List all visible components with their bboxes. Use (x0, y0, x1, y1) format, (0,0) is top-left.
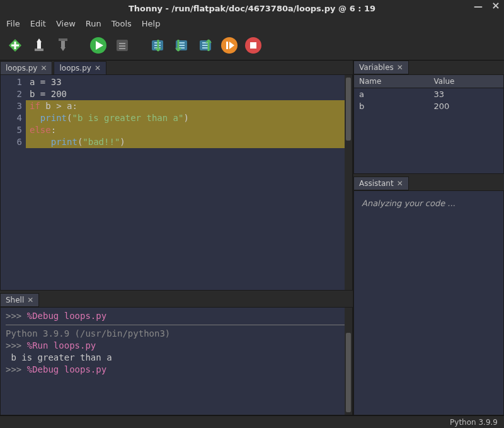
svg-rect-3 (59, 38, 67, 41)
variables-col-value: Value (429, 75, 504, 88)
assistant-body: Analyzing your code ... (353, 190, 504, 415)
titlebar: Thonny - /run/flatpak/doc/4673780a/loops… (0, 0, 504, 16)
step-into-button[interactable] (173, 37, 190, 54)
editor-scrollbar[interactable] (345, 75, 352, 290)
assistant-text: Analyzing your code ... (362, 199, 455, 208)
variables-table-header: Name Value (354, 75, 503, 88)
variables-body: a33b200 (354, 88, 503, 173)
svg-rect-10 (226, 42, 228, 49)
close-icon[interactable]: ✕ (40, 64, 47, 72)
open-file-button[interactable] (30, 37, 48, 54)
menu-run[interactable]: Run (82, 18, 105, 30)
table-row[interactable]: b200 (354, 100, 503, 112)
table-row[interactable]: a33 (354, 88, 503, 100)
window-title: Thonny - /run/flatpak/doc/4673780a/loops… (129, 4, 375, 13)
variables-pane: Name Value a33b200 (353, 74, 504, 174)
svg-rect-0 (37, 42, 41, 49)
menu-file[interactable]: File (3, 18, 24, 30)
minimize-button[interactable]: — (472, 1, 484, 11)
shell-title-label: Shell (6, 296, 24, 304)
step-over-button[interactable] (149, 37, 166, 54)
assistant-title-label: Assistant (359, 179, 394, 188)
stop-button[interactable] (244, 37, 262, 54)
variables-title-label: Variables (359, 63, 394, 72)
main-area: loops.py ✕ loops.py ✕ 123456 a = 33b = 2… (0, 61, 504, 415)
new-file-button[interactable] (6, 37, 24, 54)
close-icon[interactable]: ✕ (397, 63, 403, 72)
assistant-pane-title: Assistant ✕ (353, 176, 409, 190)
toolbar (0, 30, 504, 61)
statusbar: Python 3.9.9 (0, 415, 504, 428)
debug-button[interactable] (113, 37, 131, 54)
code-editor[interactable]: 123456 a = 33b = 200if b > a: print("b i… (0, 74, 353, 291)
close-icon[interactable]: ✕ (94, 64, 101, 72)
menubar: File Edit View Run Tools Help (0, 16, 504, 30)
close-icon[interactable]: ✕ (397, 179, 403, 188)
close-button[interactable]: × (490, 1, 501, 11)
menu-help[interactable]: Help (138, 18, 164, 30)
shell[interactable]: >>> %Debug loops.pyPython 3.9.9 (/usr/bi… (0, 307, 353, 415)
scrollbar-thumb[interactable] (346, 78, 351, 141)
scrollbar-thumb[interactable] (346, 333, 351, 412)
variables-col-name: Name (354, 75, 429, 88)
save-file-button[interactable] (54, 37, 72, 54)
editor-tab-2-label: loops.py (59, 64, 91, 72)
editor-tab-1-label: loops.py (6, 64, 37, 72)
menu-edit[interactable]: Edit (26, 18, 50, 30)
editor-tabstrip: loops.py ✕ loops.py ✕ (0, 61, 353, 74)
shell-pane-title: Shell ✕ (0, 293, 39, 307)
resume-button[interactable] (220, 37, 238, 54)
close-icon[interactable]: ✕ (27, 296, 33, 304)
line-gutter: 123456 (1, 75, 26, 290)
python-version: Python 3.9.9 (450, 418, 498, 427)
editor-tab-1[interactable]: loops.py ✕ (0, 61, 52, 74)
svg-rect-1 (35, 49, 43, 51)
variables-pane-title: Variables ✕ (353, 61, 409, 74)
shell-scrollbar[interactable] (345, 308, 352, 415)
svg-rect-12 (250, 42, 256, 49)
run-button[interactable] (89, 37, 107, 54)
menu-view[interactable]: View (52, 18, 79, 30)
editor-tab-2[interactable]: loops.py ✕ (54, 61, 106, 74)
code-area[interactable]: a = 33b = 200if b > a: print("b is great… (26, 75, 352, 290)
menu-tools[interactable]: Tools (108, 18, 135, 30)
svg-rect-2 (61, 41, 65, 47)
step-out-button[interactable] (197, 37, 214, 54)
